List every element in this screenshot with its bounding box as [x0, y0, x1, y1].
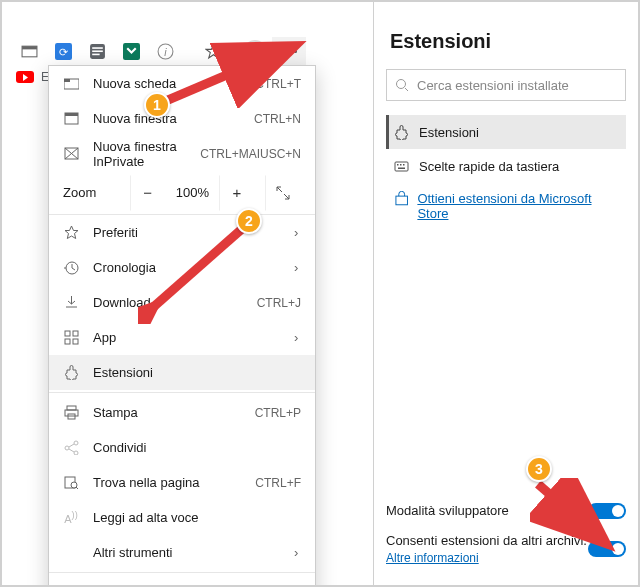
apps-icon [63, 330, 79, 345]
svg-rect-24 [73, 331, 78, 336]
menu-print[interactable]: Stampa CTRL+P [49, 395, 315, 430]
chevron-right-icon: › [294, 225, 301, 240]
svg-rect-18 [64, 79, 70, 82]
menu-history[interactable]: Cronologia › [49, 250, 315, 285]
more-info-link[interactable]: Altre informazioni [386, 551, 479, 565]
svg-rect-25 [65, 339, 70, 344]
svg-rect-8 [92, 50, 103, 52]
extensions-panel: Estensioni Cerca estensioni installate E… [373, 2, 638, 585]
back-icon[interactable] [12, 37, 46, 65]
extension-icon [394, 125, 409, 140]
store-link[interactable]: Ottieni estensioni da Microsoft Store [386, 183, 626, 229]
dev-mode-row: Modalità sviluppatore [386, 496, 626, 526]
svg-rect-41 [400, 164, 402, 166]
menu-new-tab[interactable]: Nuova scheda CTRL+T [49, 66, 315, 101]
menu-downloads[interactable]: Download CTRL+J [49, 285, 315, 320]
svg-rect-40 [397, 164, 399, 166]
svg-rect-44 [396, 196, 408, 205]
svg-rect-14 [214, 45, 220, 46]
allow-other-stores-row: Consenti estensioni da altri archivi. Al… [386, 526, 626, 573]
svg-point-16 [252, 46, 258, 52]
menu-extensions[interactable]: Estensioni [49, 355, 315, 390]
translate-icon[interactable]: ⟳ [46, 37, 80, 65]
search-extensions-input[interactable]: Cerca estensioni installate [386, 69, 626, 101]
menu-new-inprivate[interactable]: Nuova finestra InPrivate CTRL+MAIUSC+N [49, 136, 315, 171]
favorites-icon[interactable] [196, 37, 230, 65]
search-icon [395, 78, 409, 92]
read-aloud-icon: A)) [63, 510, 79, 525]
svg-rect-9 [92, 53, 99, 55]
app-menu: Nuova scheda CTRL+T Nuova finestra CTRL+… [48, 65, 316, 587]
svg-rect-28 [65, 410, 78, 416]
svg-point-31 [74, 441, 78, 445]
download-icon [63, 295, 79, 310]
zoom-value: 100% [176, 185, 209, 200]
dev-mode-toggle[interactable] [588, 503, 626, 519]
profile-avatar[interactable] [238, 37, 272, 65]
svg-text:⟳: ⟳ [59, 45, 68, 57]
menu-find[interactable]: Trova nella pagina CTRL+F [49, 465, 315, 500]
info-icon[interactable]: i [148, 37, 182, 65]
history-icon [63, 260, 79, 275]
extension-icon [63, 365, 79, 380]
menu-zoom: Zoom − 100% + [49, 171, 315, 215]
svg-rect-26 [73, 339, 78, 344]
chevron-right-icon: › [294, 330, 301, 345]
print-icon [63, 405, 79, 420]
svg-rect-3 [22, 46, 37, 49]
pocket-icon[interactable] [114, 37, 148, 65]
zoom-out-button[interactable]: − [130, 175, 166, 211]
page-title: Estensioni [390, 30, 626, 53]
svg-rect-20 [65, 113, 78, 116]
zoom-in-button[interactable]: + [219, 175, 255, 211]
svg-rect-43 [398, 167, 405, 169]
fullscreen-button[interactable] [265, 175, 301, 211]
store-icon [394, 191, 409, 207]
star-icon [63, 225, 79, 240]
window-icon [63, 111, 79, 126]
sidebar-item-shortcuts[interactable]: Scelte rapide da tastiera [386, 149, 626, 183]
callout-1: 1 [144, 92, 170, 118]
tab-icon [63, 76, 79, 91]
svg-point-32 [74, 451, 78, 455]
share-icon [63, 440, 79, 455]
svg-text:i: i [164, 45, 167, 57]
svg-rect-42 [403, 164, 405, 166]
svg-rect-23 [65, 331, 70, 336]
chevron-right-icon: › [294, 545, 301, 560]
svg-rect-27 [67, 406, 76, 410]
menu-settings[interactable]: Impostazioni [49, 575, 315, 587]
svg-rect-7 [92, 47, 103, 49]
svg-point-30 [65, 446, 69, 450]
menu-share: Condividi [49, 430, 315, 465]
more-menu-button[interactable] [272, 37, 306, 65]
sidebar-item-extensions[interactable]: Estensioni [386, 115, 626, 149]
youtube-icon[interactable] [16, 71, 34, 83]
svg-rect-39 [395, 162, 408, 171]
menu-more-tools[interactable]: Altri strumenti › [49, 535, 315, 570]
callout-3: 3 [526, 456, 552, 482]
page-icon[interactable] [80, 37, 114, 65]
menu-apps[interactable]: App › [49, 320, 315, 355]
find-icon [63, 475, 79, 490]
menu-read-aloud: A)) Leggi ad alta voce [49, 500, 315, 535]
inprivate-icon [63, 146, 79, 161]
svg-point-38 [397, 80, 406, 89]
keyboard-icon [394, 159, 409, 174]
allow-other-stores-toggle[interactable] [588, 541, 626, 557]
menu-favorites[interactable]: Preferiti › [49, 215, 315, 250]
chevron-right-icon: › [294, 260, 301, 275]
callout-2: 2 [236, 208, 262, 234]
menu-new-window[interactable]: Nuova finestra CTRL+N [49, 101, 315, 136]
